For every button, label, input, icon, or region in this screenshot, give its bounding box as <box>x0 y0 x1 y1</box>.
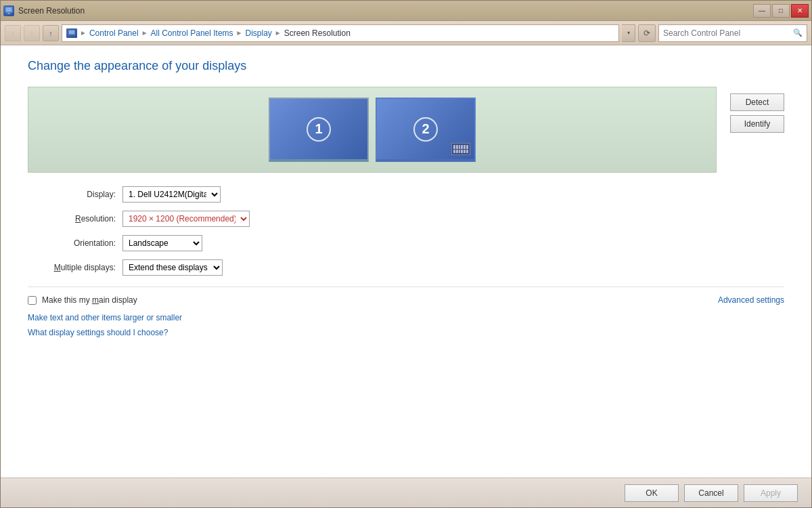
svg-rect-2 <box>7 13 10 14</box>
title-bar: Screen Resolution — □ ✕ <box>1 1 811 21</box>
detect-button[interactable]: Detect <box>730 93 784 111</box>
search-box: 🔍 <box>658 24 807 42</box>
button-bar: OK Cancel Apply <box>1 478 811 507</box>
detect-identify-area: Detect Identify <box>730 87 784 173</box>
search-icon: 🔍 <box>793 28 803 37</box>
display-select[interactable]: 1. Dell U2412M(Digital) 2. Dell U2412M(D… <box>122 186 221 203</box>
main-display-checkbox[interactable] <box>28 296 37 305</box>
cancel-button[interactable]: Cancel <box>684 484 738 502</box>
breadcrumb-sep-3: ► <box>236 29 243 37</box>
up-button[interactable]: ↑ <box>43 25 59 41</box>
identify-button[interactable]: Identify <box>730 115 784 133</box>
monitor-2-number: 2 <box>413 117 438 142</box>
advanced-settings-link[interactable]: Advanced settings <box>718 295 784 305</box>
breadcrumb-screen-resolution: Screen Resolution <box>284 28 351 38</box>
help-link-choose[interactable]: What display settings should I choose? <box>28 328 784 337</box>
keyboard-icon <box>451 143 470 155</box>
monitor-1[interactable]: 1 <box>269 98 369 162</box>
ok-button[interactable]: OK <box>625 484 679 502</box>
breadcrumb-all-items[interactable]: All Control Panel Items <box>151 28 233 38</box>
main-display-label[interactable]: Make this my main display <box>42 295 137 305</box>
title-bar-left: Screen Resolution <box>3 5 85 16</box>
orientation-select[interactable]: Landscape Portrait Landscape (flipped) P… <box>122 235 202 251</box>
address-bar: ‹ › ↑ ► Control Panel ► All Control Pane… <box>1 21 811 45</box>
display-preview-container: 1 2 Detect Identify <box>28 87 784 173</box>
breadcrumb-control-panel[interactable]: Control Panel <box>89 28 139 38</box>
multiple-displays-row: Multiple displays: Extend these displays… <box>28 259 784 276</box>
forward-button[interactable]: › <box>24 25 40 41</box>
resolution-select[interactable]: 1920 × 1200 (Recommended) 1680 × 1050 16… <box>122 211 250 227</box>
breadcrumb-bar: ► Control Panel ► All Control Panel Item… <box>62 24 619 42</box>
display-label: Display: <box>28 190 116 199</box>
breadcrumb-sep-4: ► <box>275 29 281 37</box>
window: Screen Resolution — □ ✕ ‹ › ↑ ► Control … <box>0 0 812 508</box>
monitor-2[interactable]: 2 <box>376 98 476 162</box>
address-dropdown-button[interactable]: ▾ <box>622 24 635 42</box>
content-area: Change the appearance of your displays 1… <box>1 45 811 507</box>
svg-rect-1 <box>6 7 12 12</box>
form-section: Display: 1. Dell U2412M(Digital) 2. Dell… <box>28 186 784 276</box>
monitor-1-number: 1 <box>307 117 331 142</box>
back-button[interactable]: ‹ <box>5 25 21 41</box>
multiple-displays-select[interactable]: Extend these displays Duplicate these di… <box>122 259 223 276</box>
orientation-row: Orientation: Landscape Portrait Landscap… <box>28 235 784 251</box>
resolution-row: Resolution: 1920 × 1200 (Recommended) 16… <box>28 211 784 227</box>
breadcrumb-sep-2: ► <box>141 29 148 37</box>
monitors-area: 1 2 <box>28 87 717 173</box>
minimize-button[interactable]: — <box>753 4 771 18</box>
help-links: Make text and other items larger or smal… <box>28 313 784 337</box>
window-title: Screen Resolution <box>18 6 85 16</box>
checkbox-row: Make this my main display Advanced setti… <box>28 295 784 305</box>
multiple-displays-label: Multiple displays: <box>28 263 116 272</box>
apply-button[interactable]: Apply <box>744 484 798 502</box>
refresh-button[interactable]: ⟳ <box>638 24 656 42</box>
page-title: Change the appearance of your displays <box>28 59 784 73</box>
help-link-larger[interactable]: Make text and other items larger or smal… <box>28 313 784 322</box>
search-input[interactable] <box>663 28 790 38</box>
maximize-button[interactable]: □ <box>772 4 790 18</box>
display-row: Display: 1. Dell U2412M(Digital) 2. Dell… <box>28 186 784 203</box>
orientation-label: Orientation: <box>28 238 116 248</box>
app-icon <box>3 5 14 16</box>
breadcrumb-display[interactable]: Display <box>246 28 272 38</box>
window-controls: — □ ✕ <box>753 4 809 18</box>
divider <box>28 287 784 287</box>
main-content: Change the appearance of your displays 1… <box>1 45 811 478</box>
svg-rect-4 <box>69 30 74 34</box>
resolution-label: Resolution: <box>28 214 116 224</box>
home-icon <box>66 28 77 38</box>
close-button[interactable]: ✕ <box>791 4 809 18</box>
breadcrumb-sep-1: ► <box>80 29 87 37</box>
